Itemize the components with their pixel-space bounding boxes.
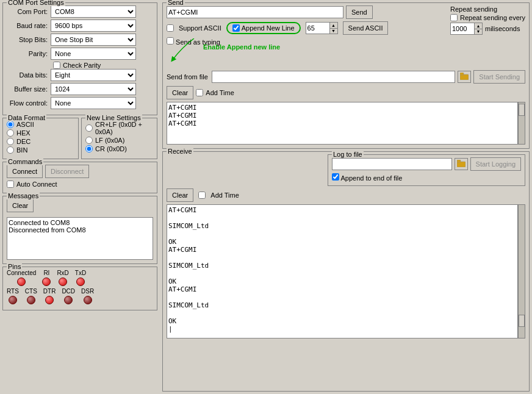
ascii-spin-down[interactable]: ▼ xyxy=(330,29,337,34)
buffer-size-label: Buffer size: xyxy=(7,85,51,93)
dec-radio[interactable] xyxy=(7,138,14,145)
ascii-value-input[interactable] xyxy=(306,22,330,34)
send-line-3: AT+CGMI xyxy=(168,120,516,127)
messages-area: Connected to COM8 Disconnected from COM8 xyxy=(7,217,153,260)
append-new-line-label: Append New Line xyxy=(242,24,295,32)
support-ascii-label: Support ASCII xyxy=(179,24,221,32)
svg-rect-1 xyxy=(460,73,464,75)
com-port-select[interactable]: COM8 xyxy=(51,5,136,18)
com-port-settings-title: COM Port Settings xyxy=(7,0,65,6)
recv-line-1: AT+CGMI xyxy=(168,206,516,214)
ascii-radio-row: ASCII xyxy=(7,121,74,128)
pin-txd-led xyxy=(76,278,85,286)
browse-file-button[interactable] xyxy=(458,71,471,83)
parity-row: Parity: None xyxy=(7,48,153,60)
pin-rxd-label: RxD xyxy=(57,270,68,276)
send-file-row: Send from file Start Sending xyxy=(167,70,525,84)
send-clear-button[interactable]: Clear xyxy=(167,86,193,99)
recv-line-7 xyxy=(168,254,516,262)
crlf-radio[interactable] xyxy=(85,124,93,132)
send-scrollbar[interactable] xyxy=(518,102,525,145)
send-line-1: AT+CGMI xyxy=(168,104,516,112)
message-line-2: Disconnected from COM8 xyxy=(9,226,151,234)
receive-scrollbar[interactable] xyxy=(518,204,525,338)
pin-rts: RTS xyxy=(7,288,19,304)
disconnect-button[interactable]: Disconnect xyxy=(45,165,89,178)
repeat-checkbox-row: Repeat sending every xyxy=(450,14,525,21)
data-bits-row: Data bits: Eight xyxy=(7,69,153,81)
receive-top: Log to file Start Logging Append to end … xyxy=(167,154,525,186)
pin-dsr: DSR xyxy=(81,288,94,304)
repeat-sending-checkbox[interactable] xyxy=(450,14,458,21)
commands-title: Commands xyxy=(7,158,43,165)
send-section: Send Repeat sending Repeat sending every… xyxy=(162,2,530,149)
baud-rate-select[interactable]: 9600 bps xyxy=(51,20,136,32)
buffer-size-select[interactable]: 1024 xyxy=(51,83,136,95)
send-line-2: AT+CGMI xyxy=(168,112,516,120)
crlf-radio-row: CR+LF (0x0D + 0x0A) xyxy=(85,121,153,135)
recv-line-15: OK xyxy=(168,317,516,325)
start-logging-button[interactable]: Start Logging xyxy=(470,157,521,171)
pin-dcd: DCD xyxy=(62,288,75,304)
send-scrollbar-thumb xyxy=(519,104,525,116)
command-input[interactable] xyxy=(167,6,343,18)
append-to-file-checkbox[interactable] xyxy=(332,173,339,181)
send-ascii-button[interactable]: Send ASCII xyxy=(343,21,389,35)
recv-line-10: OK xyxy=(168,278,516,285)
pins-row-1: Connected RI RxD TxD xyxy=(7,270,153,286)
bin-radio[interactable] xyxy=(7,146,14,154)
lf-label: LF (0x0A) xyxy=(95,137,124,144)
ascii-value-spinner: ▲ ▼ xyxy=(306,22,338,34)
dec-label: DEC xyxy=(16,138,31,145)
parity-select[interactable]: None xyxy=(51,48,136,60)
support-ascii-checkbox[interactable] xyxy=(167,24,174,32)
parity-label: Parity: xyxy=(7,50,51,57)
messages-clear-button[interactable]: Clear xyxy=(7,199,34,212)
pin-dcd-led xyxy=(64,296,73,304)
pin-ri-led xyxy=(42,278,51,286)
receive-clear-button[interactable]: Clear xyxy=(167,188,193,202)
auto-connect-checkbox[interactable] xyxy=(7,181,14,188)
log-file-input[interactable] xyxy=(332,158,452,170)
pin-connected-led xyxy=(17,278,26,286)
baud-rate-row: Baud rate: 9600 bps xyxy=(7,20,153,32)
send-add-time-checkbox[interactable] xyxy=(196,89,203,96)
check-parity-checkbox[interactable] xyxy=(53,62,60,69)
browse-log-button[interactable] xyxy=(455,158,468,170)
commands-group: Commands Connect Disconnect Auto Connect xyxy=(2,162,157,193)
hex-radio[interactable] xyxy=(7,129,14,137)
pins-section: Pins Connected RI RxD TxD xyxy=(2,267,157,310)
ascii-spin-arrows: ▲ ▼ xyxy=(330,22,338,34)
flow-control-select[interactable]: None xyxy=(51,97,136,109)
send-button[interactable]: Send xyxy=(346,5,373,19)
connect-button[interactable]: Connect xyxy=(7,165,43,178)
pin-ri-label: RI xyxy=(43,270,49,276)
ascii-spin-up[interactable]: ▲ xyxy=(330,23,337,29)
data-bits-select[interactable]: Eight xyxy=(51,69,136,81)
folder-log-icon xyxy=(457,160,466,167)
send-section-title: Send xyxy=(167,0,185,6)
pin-cts-led xyxy=(27,296,35,304)
ascii-radio[interactable] xyxy=(7,121,14,128)
ascii-label: ASCII xyxy=(16,121,34,128)
stop-bits-label: Stop Bits: xyxy=(7,36,51,43)
pin-rxd: RxD xyxy=(57,270,68,286)
lf-radio[interactable] xyxy=(85,137,93,144)
send-file-input[interactable] xyxy=(212,71,455,83)
pin-dtr-led xyxy=(45,296,54,304)
cr-radio[interactable] xyxy=(85,145,93,152)
append-to-file-label: Append to end of file xyxy=(340,174,402,182)
log-to-file: Log to file Start Logging Append to end … xyxy=(328,154,525,186)
recv-line-13: SIMCOM_Ltd xyxy=(168,301,516,309)
receive-add-time-checkbox[interactable] xyxy=(198,192,206,199)
auto-connect-row: Auto Connect xyxy=(7,181,153,188)
lf-radio-row: LF (0x0A) xyxy=(85,137,153,144)
check-parity-row: Check Parity xyxy=(53,62,153,69)
pins-row-2: RTS CTS DTR DCD DSR xyxy=(7,288,153,304)
start-sending-button[interactable]: Start Sending xyxy=(473,70,525,84)
append-new-line-checkbox[interactable] xyxy=(232,24,240,32)
stop-bits-select[interactable]: One Stop Bit xyxy=(51,34,136,46)
bin-radio-row: BIN xyxy=(7,146,74,154)
baud-rate-label: Baud rate: xyxy=(7,22,51,29)
receive-scrollbar-thumb xyxy=(519,315,525,327)
